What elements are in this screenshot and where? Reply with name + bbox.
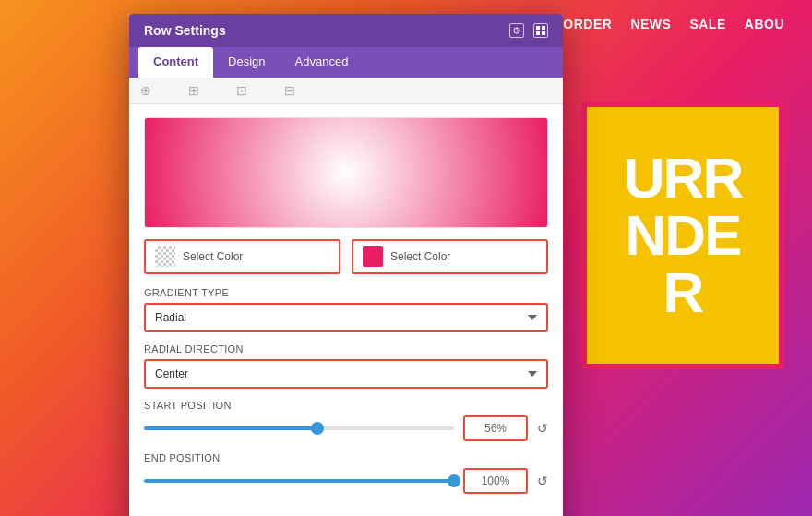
color-select-label-2: Select Color xyxy=(390,250,450,263)
gradient-type-select[interactable]: Radial Linear Conic xyxy=(144,303,548,332)
radial-direction-field: Radial Direction Center Top Bottom Left … xyxy=(144,343,548,389)
yellow-box-text: URRNDER xyxy=(624,150,742,321)
color-select-label-1: Select Color xyxy=(183,250,243,263)
sub-nav-icon-1[interactable]: ⊕ xyxy=(140,83,151,98)
modal-body: Select Color Select Color Gradient Type … xyxy=(129,104,563,516)
start-position-slider-wrapper xyxy=(144,426,454,430)
color-swatch-transparent xyxy=(155,246,175,267)
modal-title: Row Settings xyxy=(144,23,226,38)
row-settings-modal: Row Settings Content Design Advanced ⊕ ⊞… xyxy=(129,14,563,516)
end-position-reset[interactable]: ↺ xyxy=(537,474,548,488)
start-position-row: ↺ xyxy=(144,415,548,441)
tab-advanced[interactable]: Advanced xyxy=(281,47,364,78)
end-position-row: ↺ xyxy=(144,468,548,494)
color-selectors: Select Color Select Color xyxy=(144,239,548,274)
sync-icon[interactable] xyxy=(509,23,524,38)
modal-header-icons xyxy=(509,23,548,38)
grid-icon[interactable] xyxy=(533,23,548,38)
start-position-track xyxy=(144,426,454,430)
start-position-label: Start Position xyxy=(144,400,548,411)
color-select-btn-1[interactable]: Select Color xyxy=(144,239,340,274)
end-position-fill xyxy=(144,479,454,483)
start-position-input[interactable] xyxy=(463,415,528,441)
tab-content[interactable]: Content xyxy=(138,47,213,78)
sub-nav-icon-2[interactable]: ⊞ xyxy=(188,83,199,98)
start-position-fill xyxy=(144,426,317,430)
gradient-type-field: Gradient Type Radial Linear Conic xyxy=(144,287,548,332)
sub-nav: ⊕ ⊞ ⊡ ⊟ xyxy=(129,78,563,104)
nav-about[interactable]: ABOU xyxy=(745,17,784,31)
nav-order[interactable]: ORDER xyxy=(563,17,612,31)
end-position-label: End Position xyxy=(144,452,548,463)
svg-rect-1 xyxy=(536,26,540,30)
radial-direction-label: Radial Direction xyxy=(144,343,548,354)
tab-design[interactable]: Design xyxy=(213,47,280,78)
svg-rect-2 xyxy=(542,26,545,30)
gradient-type-label: Gradient Type xyxy=(144,287,548,298)
sub-nav-icon-3[interactable]: ⊡ xyxy=(236,83,247,98)
svg-rect-3 xyxy=(536,31,540,35)
start-position-reset[interactable]: ↺ xyxy=(537,421,548,436)
end-position-input[interactable] xyxy=(463,468,528,494)
yellow-box: URRNDER xyxy=(581,102,784,369)
nav-news[interactable]: NEWS xyxy=(630,17,671,31)
radial-direction-select[interactable]: Center Top Bottom Left Right xyxy=(144,359,548,389)
modal-header: Row Settings xyxy=(129,14,563,47)
color-select-btn-2[interactable]: Select Color xyxy=(352,239,548,274)
color-swatch-pink xyxy=(363,246,383,267)
end-position-field: End Position ↺ xyxy=(144,452,548,494)
start-position-thumb[interactable] xyxy=(311,422,324,435)
end-position-slider-wrapper xyxy=(144,479,454,483)
start-position-field: Start Position ↺ xyxy=(144,400,548,441)
sub-nav-icon-4[interactable]: ⊟ xyxy=(284,83,295,98)
gradient-preview xyxy=(144,117,548,228)
nav-sale[interactable]: SALE xyxy=(689,17,725,31)
end-position-thumb[interactable] xyxy=(448,474,460,487)
svg-rect-4 xyxy=(542,31,545,35)
end-position-track xyxy=(144,479,454,483)
modal-tabs: Content Design Advanced xyxy=(129,47,563,78)
